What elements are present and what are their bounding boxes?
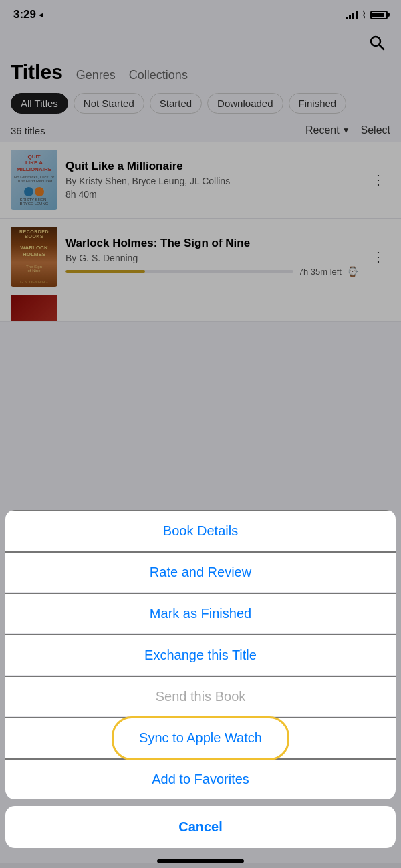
action-sheet-container: Book Details Rate and Review Mark as Fin… (0, 510, 401, 868)
action-send-book[interactable]: Send this Book (5, 676, 396, 717)
action-mark-finished[interactable]: Mark as Finished (5, 593, 396, 634)
home-indicator (157, 859, 244, 863)
action-cancel-button[interactable]: Cancel (5, 806, 396, 848)
action-exchange-title[interactable]: Exchange this Title (5, 634, 396, 676)
action-add-favorites[interactable]: Add to Favorites (5, 758, 396, 799)
action-book-details[interactable]: Book Details (5, 510, 396, 551)
action-rate-review[interactable]: Rate and Review (5, 551, 396, 593)
action-sync-watch[interactable]: Sync to Apple Watch (5, 717, 396, 758)
action-sheet: Book Details Rate and Review Mark as Fin… (5, 510, 396, 799)
